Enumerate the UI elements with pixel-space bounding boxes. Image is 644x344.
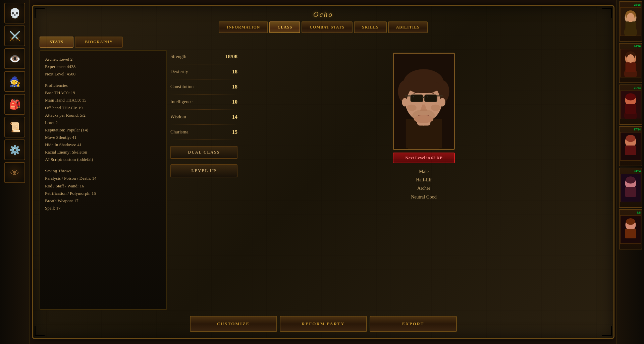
dexterity-label: Dexterity	[170, 69, 188, 74]
divider-1	[170, 64, 237, 64]
charisma-label: Charisma	[170, 129, 189, 135]
tab-abilities[interactable]: ABILITIES	[388, 21, 428, 33]
next-level-badge: Next Level in 62 XP	[393, 153, 455, 163]
party-member-3[interactable]: 21/24	[619, 84, 642, 125]
bottom-buttons: CUSTOMIZE REFORM PARTY EXPORT	[40, 316, 607, 332]
char-class: Archer	[411, 184, 437, 192]
svg-rect-48	[437, 96, 443, 97]
party-portrait-6	[620, 215, 641, 244]
svg-rect-24	[625, 187, 636, 197]
character-name: Ocho	[313, 10, 333, 18]
sidebar-scroll-button[interactable]: 📜	[4, 117, 25, 137]
experience: Experience: 4438	[45, 63, 162, 70]
reform-party-button[interactable]: REFORM PARTY	[280, 316, 367, 332]
main-hand-thac0: Main Hand THAC0: 15	[45, 97, 162, 104]
person-icon: 🧙	[9, 76, 21, 87]
party-portrait-3	[620, 91, 641, 119]
svg-point-5	[627, 13, 634, 22]
scroll-icon: 📜	[9, 122, 21, 133]
strength-row: Strength 18/08	[170, 53, 237, 61]
character-info-text: Male Half-Elf Archer Neutral Good	[411, 167, 437, 201]
class-level: Archer: Level 2	[45, 56, 162, 63]
party-member-6-hp: 8/8	[637, 211, 641, 214]
constitution-row: Constitution 18	[170, 83, 237, 91]
eye-icon: 👁️	[9, 53, 21, 64]
attacks-per-round: Attacks per Round: 5/2	[45, 112, 162, 119]
party-portrait-2	[620, 49, 641, 77]
eye2-icon: 👁	[10, 167, 19, 178]
export-button[interactable]: EXPORT	[370, 316, 457, 332]
customize-button[interactable]: CUSTOMIZE	[190, 316, 277, 332]
party-member-1-hp: 28/28	[634, 3, 641, 6]
strength-label: Strength	[170, 54, 186, 59]
party-panel: 28/28 24/26 21/24	[616, 0, 644, 344]
sidebar-bag-button[interactable]: 🎒	[4, 94, 25, 115]
sub-tab-biography[interactable]: BIOGRAPHY	[75, 37, 123, 48]
party-member-1[interactable]: 28/28	[619, 1, 642, 42]
svg-point-27	[626, 218, 635, 225]
charisma-value: 15	[221, 129, 237, 135]
rod: Rod / Staff / Wand: 16	[45, 182, 162, 190]
character-sheet: Ocho INFORMATION CLASS COMBAT STATS SKIL…	[32, 5, 614, 339]
party-member-5[interactable]: 23/24	[619, 168, 642, 208]
svg-point-52	[431, 105, 440, 111]
sidebar-eye2-button[interactable]: 👁	[4, 162, 25, 183]
svg-rect-20	[625, 146, 636, 155]
charisma-row: Charisma 15	[170, 128, 237, 136]
divider-2	[170, 79, 237, 79]
level-up-button[interactable]: LEVEL UP	[170, 164, 237, 177]
party-member-3-hp: 21/24	[634, 86, 641, 90]
breath-weapon: Breath Weapon: 17	[45, 197, 162, 205]
sub-tabs: STATS BIOGRAPHY	[40, 37, 167, 48]
svg-rect-10	[626, 62, 636, 72]
proficiencies-header: Proficiencies	[45, 82, 162, 89]
sidebar-skull-button[interactable]: 💀	[4, 3, 25, 23]
party-member-5-hp: 23/24	[634, 169, 641, 173]
party-member-4[interactable]: 17/24	[619, 126, 642, 166]
tab-information[interactable]: INFORMATION	[219, 21, 268, 33]
tab-class[interactable]: CLASS	[269, 21, 300, 33]
right-panel: Next Level in 62 XP Male Half-Elf Archer…	[241, 37, 607, 310]
ability-scores-panel: Strength 18/08 Dexterity 18 Constitution…	[170, 37, 237, 310]
portrait-svg	[394, 54, 454, 149]
sub-tab-stats[interactable]: STATS	[40, 37, 73, 48]
bag-icon: 🎒	[9, 99, 21, 110]
svg-point-23	[626, 176, 635, 183]
next-level: Next Level: 4500	[45, 70, 162, 78]
title-bar: Ocho	[33, 6, 613, 21]
svg-rect-47	[405, 96, 411, 97]
left-panel: STATS BIOGRAPHY Archer: Level 2 Experien…	[40, 37, 167, 310]
spell: Spell: 17	[45, 205, 162, 212]
svg-point-50	[414, 115, 433, 123]
svg-rect-4	[626, 21, 636, 31]
dexterity-value: 18	[221, 69, 237, 75]
sidebar-eye-button[interactable]: 👁️	[4, 48, 25, 69]
tab-combat-stats[interactable]: COMBAT STATS	[302, 21, 353, 33]
svg-point-19	[626, 135, 635, 142]
svg-point-11	[627, 54, 634, 62]
divider-3	[170, 94, 237, 95]
tab-skills[interactable]: SKILLS	[354, 21, 386, 33]
svg-rect-46	[422, 97, 425, 98]
skull-icon: 💀	[9, 8, 21, 19]
party-portrait-1	[620, 7, 641, 36]
strength-value: 18/08	[221, 54, 237, 60]
char-alignment: Neutral Good	[411, 193, 437, 201]
dual-class-button[interactable]: DUAL CLASS	[170, 146, 237, 159]
sidebar-sword-button[interactable]: ⚔️	[4, 25, 25, 46]
party-portrait-5	[620, 174, 641, 202]
party-member-2[interactable]: 24/26	[619, 43, 642, 83]
party-portrait-4	[620, 132, 641, 161]
hide-in-shadows: Hide In Shadows: 41	[45, 141, 162, 149]
sidebar-gear-button[interactable]: ⚙️	[4, 139, 25, 160]
petrification: Petrification / Polymorph: 15	[45, 190, 162, 197]
divider-6	[170, 139, 237, 140]
party-member-6[interactable]: 8/8	[619, 209, 642, 249]
sidebar-person-button[interactable]: 🧙	[4, 71, 25, 92]
ai-script: AI Script: custom (bddefai)	[45, 156, 162, 163]
dexterity-row: Dexterity 18	[170, 68, 237, 76]
constitution-label: Constitution	[170, 84, 194, 90]
char-race: Half-Elf	[411, 176, 437, 184]
svg-point-51	[407, 105, 417, 111]
constitution-value: 18	[221, 84, 237, 90]
